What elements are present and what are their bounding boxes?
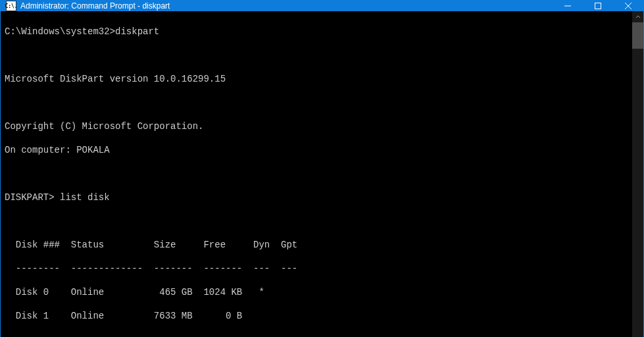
blank-line xyxy=(5,334,628,337)
window-controls xyxy=(553,1,643,11)
maximize-button[interactable] xyxy=(583,1,613,11)
window-title: Administrator: Command Prompt - diskpart xyxy=(20,1,553,11)
table-row: Disk 1 Online 7633 MB 0 B xyxy=(5,310,628,322)
close-button[interactable] xyxy=(613,1,643,11)
terminal-output[interactable]: C:\Windows\system32>diskpart Microsoft D… xyxy=(1,11,632,337)
computer-line: On computer: POKALA xyxy=(5,144,628,156)
minimize-button[interactable] xyxy=(553,1,583,11)
titlebar[interactable]: C:\. Administrator: Command Prompt - dis… xyxy=(1,1,643,11)
blank-line xyxy=(5,49,628,61)
table-divider: -------- ------------- ------- ------- -… xyxy=(5,263,628,274)
table-row: Disk 0 Online 465 GB 1024 KB * xyxy=(5,286,628,298)
blank-line xyxy=(5,168,628,180)
vertical-scrollbar[interactable] xyxy=(632,11,643,337)
blank-line xyxy=(5,97,628,109)
command-prompt-window: C:\. Administrator: Command Prompt - dis… xyxy=(0,0,644,337)
scroll-up-arrow-icon[interactable] xyxy=(632,11,643,22)
app-icon: C:\. xyxy=(6,1,16,11)
prompt: C:\Windows\system32> xyxy=(5,26,115,37)
scroll-thumb[interactable] xyxy=(632,22,643,49)
diskpart-prompt: DISKPART> xyxy=(5,192,55,203)
version-line: Microsoft DiskPart version 10.0.16299.15 xyxy=(5,73,628,85)
command-text: list disk xyxy=(60,192,110,203)
command-text: diskpart xyxy=(115,26,159,37)
blank-line xyxy=(5,215,628,227)
table-header: Disk ### Status Size Free Dyn Gpt xyxy=(5,239,628,251)
terminal-area: C:\Windows\system32>diskpart Microsoft D… xyxy=(1,11,643,337)
svg-rect-1 xyxy=(595,3,601,9)
copyright-line: Copyright (C) Microsoft Corporation. xyxy=(5,120,628,132)
